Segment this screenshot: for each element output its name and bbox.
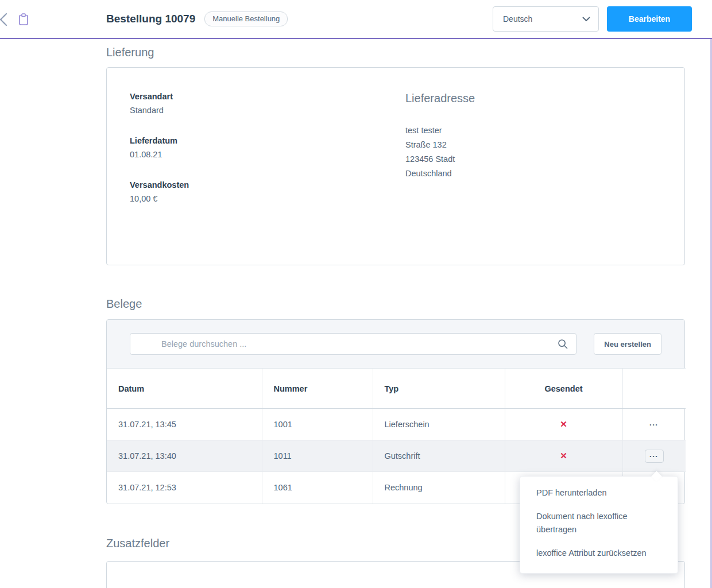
documents-toolbar: Neu erstellen [107,320,684,368]
field-value: 10,00 € [130,194,405,203]
edit-button[interactable]: Bearbeiten [607,6,692,32]
header-actions: Deutsch Bearbeiten [493,6,692,32]
delivery-fields: Versandart Standard Lieferdatum 01.08.21… [130,92,405,241]
shipping-address: Lieferadresse test tester Straße 132 123… [405,92,661,241]
document-context-menu: PDF herunterladen Dokument nach lexoffic… [520,476,678,574]
chevron-down-icon [582,14,590,24]
documents-search-input[interactable] [130,333,576,355]
language-select[interactable]: Deutsch [493,6,599,32]
column-header-actions [622,369,686,409]
column-header-datum: Datum [107,369,262,409]
create-document-button[interactable]: Neu erstellen [594,333,661,355]
table-header-row: Datum Nummer Typ Gesendet [107,369,686,409]
cell-nummer: 1011 [262,440,373,472]
address-line: Straße 132 [405,138,661,152]
context-menu-button-active[interactable]: ••• [645,450,664,463]
delivery-card: Versandart Standard Lieferdatum 01.08.21… [106,67,685,265]
field-label: Versandart [130,92,405,101]
cell-typ: Gutschrift [373,440,505,472]
cell-typ: Rechnung [373,472,505,504]
page-title: Bestellung 10079 [106,13,195,25]
table-row[interactable]: 31.07.21, 13:45 1001 Lieferschein ✕ ••• [107,409,686,440]
shipping-costs-field: Versandkosten 10,00 € [130,180,405,203]
column-header-typ: Typ [373,369,505,409]
documents-section-title: Belege [106,297,685,311]
cell-typ: Lieferschein [373,409,505,440]
address-line: 123456 Stadt [405,152,661,167]
cell-datum: 31.07.21, 13:40 [107,440,262,472]
not-sent-cross-icon: ✕ [560,419,567,429]
order-detail-page: Bestellung 10079 Manuelle Bestellung Deu… [0,0,712,588]
context-menu-button[interactable]: ••• [648,419,661,431]
field-label: Versandkosten [130,180,405,189]
table-row[interactable]: 31.07.21, 13:40 1011 Gutschrift ✕ ••• [107,440,686,472]
cell-datum: 31.07.21, 13:45 [107,409,262,440]
field-label: Lieferdatum [130,136,405,145]
order-type-badge: Manuelle Bestellung [204,11,288,26]
back-chevron-icon[interactable] [0,12,11,27]
address-line: Deutschland [405,167,661,181]
shipping-address-title: Lieferadresse [405,92,661,105]
delivery-section-title: Lieferung [106,46,685,59]
field-value: Standard [130,106,405,115]
clipboard-icon [17,13,30,26]
header: Bestellung 10079 Manuelle Bestellung Deu… [0,0,712,39]
not-sent-cross-icon: ✕ [560,451,567,461]
shipping-method-field: Versandart Standard [130,92,405,115]
field-value: 01.08.21 [130,150,405,159]
menu-item-download-pdf[interactable]: PDF herunterladen [520,481,678,505]
search-icon [557,338,568,350]
language-select-value: Deutsch [503,14,532,24]
menu-item-reset-lexoffice-attribute[interactable]: lexoffice Attribut zurücksetzen [520,541,678,565]
cell-datum: 31.07.21, 12:53 [107,472,262,504]
delivery-date-field: Lieferdatum 01.08.21 [130,136,405,159]
column-header-nummer: Nummer [262,369,373,409]
menu-item-transfer-lexoffice[interactable]: Dokument nach lexoffice übertragen [520,505,678,541]
address-line: test tester [405,123,661,138]
column-header-gesendet: Gesendet [505,369,622,409]
cell-nummer: 1001 [262,409,373,440]
search-field-wrap [130,333,576,355]
cell-nummer: 1061 [262,472,373,504]
